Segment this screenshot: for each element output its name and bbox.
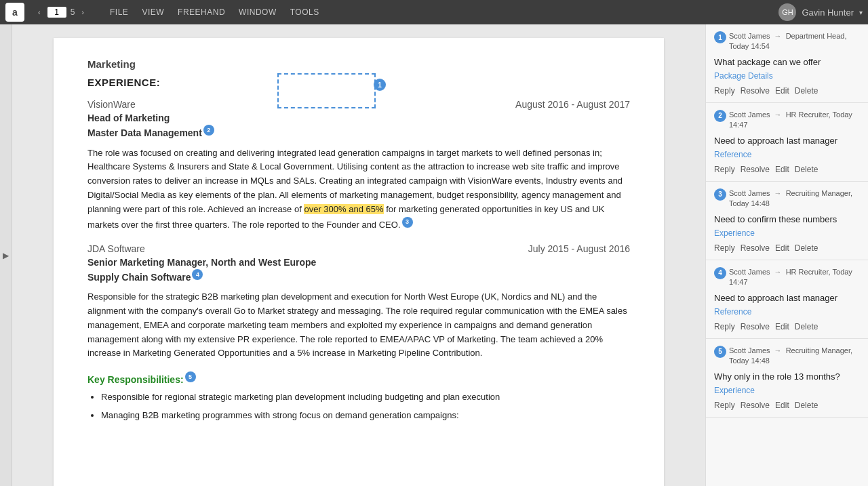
- comment-5-edit[interactable]: Edit: [775, 401, 789, 410]
- job1-title: Head of Marketing: [87, 113, 630, 123]
- comment-4-delete[interactable]: Delete: [795, 322, 818, 331]
- user-menu-chevron[interactable]: ▾: [859, 9, 863, 16]
- page-number-input[interactable]: 1: [47, 7, 66, 18]
- comment-1-actions: Reply Resolve Edit Delete: [714, 86, 860, 96]
- comment-5: 5 Scott James → Recruiting Manager, Toda…: [706, 339, 868, 418]
- comment-4-edit[interactable]: Edit: [775, 322, 789, 331]
- annotation-marker-5: 5: [185, 371, 196, 382]
- list-item: Managing B2B marketing programmes with s…: [101, 409, 630, 423]
- job2-subtitle: Supply Chain Software4: [87, 269, 203, 283]
- comment-3-actions: Reply Resolve Edit Delete: [714, 243, 860, 253]
- comment-1-number: 1: [714, 31, 726, 43]
- username: Gavin Hunter: [802, 7, 854, 18]
- comment-2-meta: Scott James → HR Recruiter, Today 14:47: [729, 110, 860, 131]
- comment-5-header: 5 Scott James → Recruiting Manager, Toda…: [714, 346, 860, 367]
- toolbar: a ‹ 1 5 › FILE VIEW FREEHAND WINDOW TOOL…: [0, 0, 868, 24]
- comment-4: 4 Scott James → HR Recruiter, Today 14:4…: [706, 260, 868, 339]
- comment-2: 2 Scott James → HR Recruiter, Today 14:4…: [706, 103, 868, 182]
- job2-date: July 2015 - August 2016: [528, 243, 630, 254]
- menu-freehand[interactable]: FREEHAND: [171, 0, 232, 24]
- comment-3: 3 Scott James → Recruiting Manager, Toda…: [706, 182, 868, 260]
- comment-3-resolve[interactable]: Resolve: [741, 243, 770, 253]
- menu-window[interactable]: WINDOW: [232, 0, 283, 24]
- comment-4-reply[interactable]: Reply: [714, 322, 735, 331]
- job1-company: VisionWare: [87, 99, 136, 110]
- responsibilities-list: Responsible for regional strategic marke…: [101, 390, 630, 423]
- collapse-arrow-icon: ▶: [3, 251, 9, 260]
- document-area[interactable]: 1 Marketing EXPERIENCE: VisionWare Augus…: [12, 24, 705, 486]
- menu-tools[interactable]: TOOLS: [283, 0, 326, 24]
- comment-4-number: 4: [714, 267, 726, 279]
- comment-4-actions: Reply Resolve Edit Delete: [714, 322, 860, 331]
- page-total: 5: [71, 7, 75, 17]
- job2-body: Responsible for the strategic B2B market…: [87, 290, 630, 361]
- comment-5-meta: Scott James → Recruiting Manager, Today …: [729, 346, 860, 367]
- comment-3-edit[interactable]: Edit: [775, 243, 789, 253]
- list-item: Responsible for regional strategic marke…: [101, 390, 630, 405]
- comment-3-link[interactable]: Experience: [714, 228, 860, 238]
- job1-header: VisionWare August 2016 - August 2017: [87, 99, 630, 110]
- comment-4-header: 4 Scott James → HR Recruiter, Today 14:4…: [714, 267, 860, 288]
- comment-5-resolve[interactable]: Resolve: [741, 401, 770, 410]
- job2-title: Senior Marketing Manager, North and West…: [87, 257, 630, 268]
- comment-2-body: Need to approach last manager: [714, 135, 860, 147]
- job1-highlight: over 300% and 65%: [304, 204, 383, 214]
- job2-company: JDA Software: [87, 243, 145, 254]
- page-next-button[interactable]: ›: [79, 7, 87, 18]
- page-nav: ‹ 1 5 ›: [35, 7, 87, 18]
- comment-4-resolve[interactable]: Resolve: [741, 322, 770, 331]
- job1-body: The role was focused on creating and del…: [87, 146, 630, 232]
- toolbar-right: GH Gavin Hunter ▾: [778, 3, 863, 21]
- comments-sidebar: 1 Scott James → Department Head, Today 1…: [705, 24, 868, 486]
- comment-1-body: What package can we offer: [714, 56, 860, 68]
- job2-header: JDA Software July 2015 - August 2016: [87, 243, 630, 254]
- comment-3-delete[interactable]: Delete: [795, 243, 818, 253]
- document-content: 1 Marketing EXPERIENCE: VisionWare Augus…: [54, 38, 664, 486]
- page-prev-button[interactable]: ‹: [35, 7, 43, 18]
- annotation-marker-2: 2: [203, 125, 214, 136]
- comment-1-link[interactable]: Package Details: [714, 71, 860, 81]
- section-title: Marketing: [87, 58, 630, 70]
- comment-1-edit[interactable]: Edit: [775, 86, 789, 96]
- comment-4-link[interactable]: Reference: [714, 307, 860, 317]
- comment-1: 1 Scott James → Department Head, Today 1…: [706, 24, 868, 103]
- comment-1-resolve[interactable]: Resolve: [741, 86, 770, 96]
- comment-2-delete[interactable]: Delete: [795, 165, 818, 174]
- main-area: ▶ 1 Marketing EXPERIENCE: VisionWare Aug…: [0, 24, 868, 486]
- experience-label: EXPERIENCE:: [87, 77, 630, 88]
- menu-view[interactable]: VIEW: [135, 0, 171, 24]
- annotation-marker-1: 1: [374, 79, 386, 91]
- comment-2-edit[interactable]: Edit: [775, 165, 789, 174]
- comment-5-actions: Reply Resolve Edit Delete: [714, 401, 860, 410]
- left-panel-toggle[interactable]: ▶: [0, 24, 12, 486]
- comment-2-link[interactable]: Reference: [714, 150, 860, 159]
- app-logo[interactable]: a: [5, 3, 24, 22]
- comment-3-body: Need to confirm these numbers: [714, 214, 860, 226]
- menu-bar: FILE VIEW FREEHAND WINDOW TOOLS: [103, 0, 326, 24]
- comment-5-link[interactable]: Experience: [714, 386, 860, 395]
- comment-1-delete[interactable]: Delete: [795, 86, 818, 96]
- annotation-marker-4: 4: [192, 269, 203, 280]
- comment-1-reply[interactable]: Reply: [714, 86, 735, 96]
- comment-2-header: 2 Scott James → HR Recruiter, Today 14:4…: [714, 110, 860, 131]
- comment-4-body: Need to approach last manager: [714, 292, 860, 304]
- job1-date: August 2016 - August 2017: [515, 99, 630, 110]
- responsibilities-heading: Key Responsibilities:5: [87, 371, 196, 385]
- comment-2-resolve[interactable]: Resolve: [741, 165, 770, 174]
- comment-3-reply[interactable]: Reply: [714, 243, 735, 253]
- avatar: GH: [778, 3, 796, 21]
- comment-1-header: 1 Scott James → Department Head, Today 1…: [714, 31, 860, 52]
- comment-4-meta: Scott James → HR Recruiter, Today 14:47: [729, 267, 860, 288]
- comment-2-number: 2: [714, 110, 726, 122]
- comment-3-header: 3 Scott James → Recruiting Manager, Toda…: [714, 188, 860, 209]
- comment-2-actions: Reply Resolve Edit Delete: [714, 165, 860, 174]
- comment-5-reply[interactable]: Reply: [714, 401, 735, 410]
- menu-file[interactable]: FILE: [103, 0, 135, 24]
- comment-5-delete[interactable]: Delete: [795, 401, 818, 410]
- comment-5-body: Why only in the role 13 months?: [714, 371, 860, 383]
- annotation-marker-3: 3: [402, 217, 413, 228]
- comment-3-number: 3: [714, 188, 726, 201]
- comment-2-reply[interactable]: Reply: [714, 165, 735, 174]
- comment-1-meta: Scott James → Department Head, Today 14:…: [729, 31, 860, 52]
- comment-5-number: 5: [714, 346, 726, 358]
